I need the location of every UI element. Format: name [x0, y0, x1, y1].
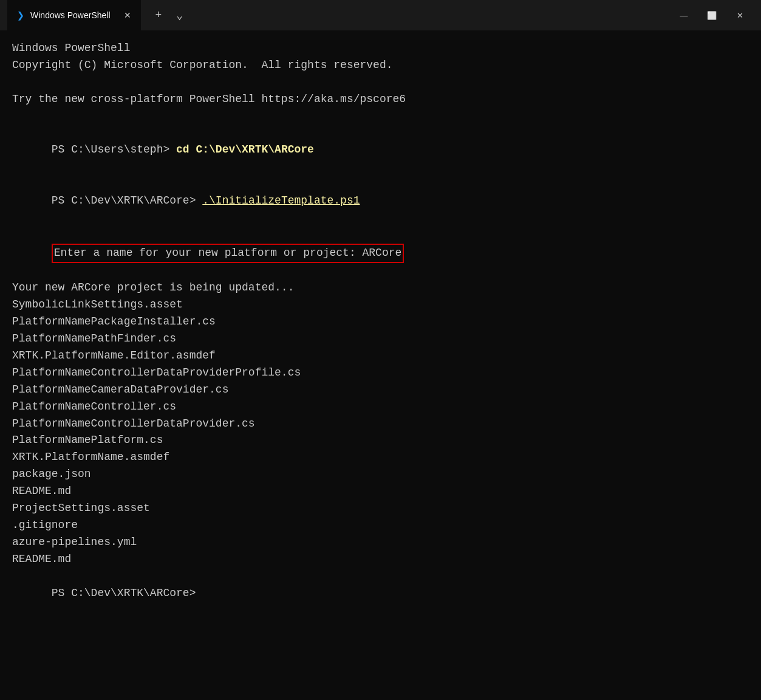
cmd-6: cd C:\Dev\XRTK\ARCore	[176, 143, 314, 156]
output-line-1: Windows PowerShell	[12, 40, 749, 57]
output-line-2: Copyright (C) Microsoft Corporation. All…	[12, 57, 749, 74]
output-line-16: PlatformNameController.cs	[12, 399, 749, 416]
output-line-21: README.md	[12, 483, 749, 500]
cmd-7: .\InitializeTemplate.ps1	[202, 194, 360, 207]
output-line-26: PS C:\Dev\XRTK\ARCore>	[12, 568, 749, 619]
output-line-24: azure-pipelines.yml	[12, 534, 749, 551]
prompt-26: PS C:\Dev\XRTK\ARCore>	[52, 587, 202, 599]
active-tab[interactable]: ❯ Windows PowerShell ✕	[7, 0, 141, 30]
output-line-11: PlatformNamePackageInstaller.cs	[12, 314, 749, 331]
output-line-19: XRTK.PlatformName.asmdef	[12, 449, 749, 466]
tab-title: Windows PowerShell	[30, 10, 111, 20]
output-line-10: SymbolicLinkSettings.asset	[12, 297, 749, 314]
powershell-icon: ❯	[17, 8, 24, 23]
output-line-6: PS C:\Users\steph> cd C:\Dev\XRTK\ARCore	[12, 125, 749, 176]
output-line-9: Your new ARCore project is being updated…	[12, 280, 749, 297]
close-button[interactable]: ✕	[726, 0, 754, 30]
output-line-14: PlatformNameControllerDataProviderProfil…	[12, 365, 749, 382]
output-line-7: PS C:\Dev\XRTK\ARCore> .\InitializeTempl…	[12, 176, 749, 227]
output-line-13: XRTK.PlatformName.Editor.asmdef	[12, 348, 749, 365]
output-line-12: PlatformNamePathFinder.cs	[12, 331, 749, 348]
titlebar: ❯ Windows PowerShell ✕ + ⌄ — ⬜ ✕	[0, 0, 761, 30]
empty-line-2	[12, 108, 749, 125]
tab-close-button[interactable]: ✕	[124, 10, 131, 20]
output-line-15: PlatformNameCameraDataProvider.cs	[12, 382, 749, 399]
output-line-17: PlatformNameControllerDataProvider.cs	[12, 416, 749, 433]
empty-line-1	[12, 74, 749, 91]
prompt-7: PS C:\Dev\XRTK\ARCore>	[52, 194, 202, 207]
powershell-window: ❯ Windows PowerShell ✕ + ⌄ — ⬜ ✕ Windows…	[0, 0, 761, 700]
window-controls: — ⬜ ✕	[670, 0, 754, 30]
new-tab-button[interactable]: +	[151, 7, 167, 24]
output-line-20: package.json	[12, 466, 749, 483]
dropdown-button[interactable]: ⌄	[171, 6, 188, 24]
output-line-22: ProjectSettings.asset	[12, 500, 749, 517]
maximize-button[interactable]: ⬜	[698, 0, 726, 30]
titlebar-controls: + ⌄	[151, 6, 188, 24]
output-line-23: .gitignore	[12, 517, 749, 534]
output-line-4: Try the new cross-platform PowerShell ht…	[12, 91, 749, 108]
prompt-6: PS C:\Users\steph>	[52, 143, 176, 156]
output-line-8: Enter a name for your new platform or pr…	[12, 227, 749, 280]
terminal-output[interactable]: Windows PowerShell Copyright (C) Microso…	[0, 30, 761, 700]
output-line-25: README.md	[12, 551, 749, 568]
minimize-button[interactable]: —	[670, 0, 698, 30]
highlight-line: Enter a name for your new platform or pr…	[52, 244, 404, 263]
output-line-18: PlatformNamePlatform.cs	[12, 432, 749, 449]
